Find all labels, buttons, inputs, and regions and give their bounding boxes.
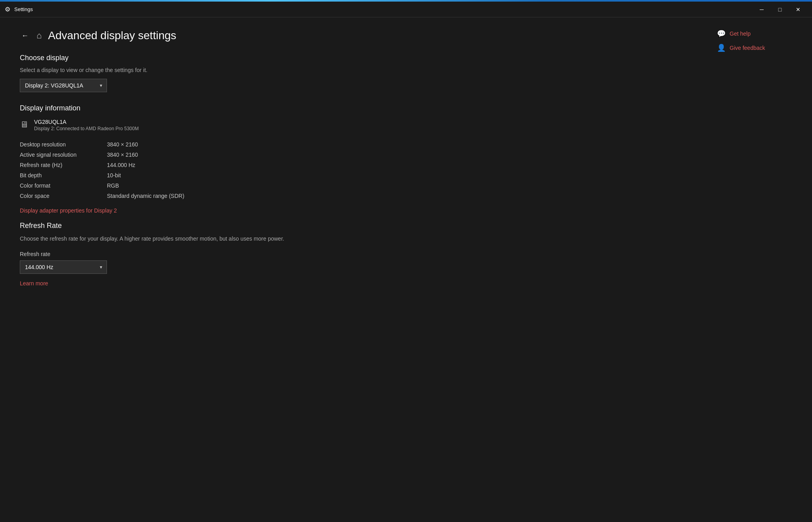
refresh-rate-section: Refresh Rate Choose the refresh rate for… bbox=[20, 222, 297, 287]
label-signal-res: Active signal resolution bbox=[20, 152, 107, 158]
get-help-link[interactable]: Get help bbox=[730, 30, 751, 37]
refresh-rate-description: Choose the refresh rate for your display… bbox=[20, 235, 297, 243]
titlebar: ⚙ Settings ─ □ ✕ bbox=[0, 2, 812, 17]
sidebar-item-give-feedback[interactable]: 👤 Give feedback bbox=[717, 44, 804, 52]
value-bit-depth: 10-bit bbox=[107, 172, 121, 178]
info-row-color-format: Color format RGB bbox=[20, 180, 297, 191]
label-color-format: Color format bbox=[20, 182, 107, 189]
value-refresh: 144.000 Hz bbox=[107, 162, 135, 168]
minimize-button[interactable]: ─ bbox=[753, 2, 771, 17]
adapter-properties-link[interactable]: Display adapter properties for Display 2 bbox=[20, 207, 117, 214]
page-header: ← ⌂ Advanced display settings bbox=[20, 29, 297, 42]
info-row-signal-res: Active signal resolution 3840 × 2160 bbox=[20, 150, 297, 160]
give-feedback-link[interactable]: Give feedback bbox=[730, 45, 765, 51]
learn-more-link[interactable]: Learn more bbox=[20, 280, 48, 287]
refresh-rate-dropdown-wrapper: 144.000 Hz 120.000 Hz 60.000 Hz ▾ bbox=[20, 260, 107, 274]
display-card-text: VG28UQL1A Display 2: Connected to AMD Ra… bbox=[34, 119, 139, 131]
display-information-heading: Display information bbox=[20, 104, 297, 112]
main-content: ← ⌂ Advanced display settings Choose dis… bbox=[0, 17, 317, 522]
back-button[interactable]: ← bbox=[20, 30, 30, 42]
close-button[interactable]: ✕ bbox=[789, 2, 807, 17]
label-desktop-res: Desktop resolution bbox=[20, 141, 107, 148]
info-row-desktop-res: Desktop resolution 3840 × 2160 bbox=[20, 139, 297, 150]
maximize-button[interactable]: □ bbox=[771, 2, 789, 17]
display-dropdown[interactable]: Display 2: VG28UQL1A Display 1 bbox=[20, 79, 107, 92]
label-refresh: Refresh rate (Hz) bbox=[20, 162, 107, 168]
window-controls: ─ □ ✕ bbox=[753, 2, 807, 17]
info-row-refresh: Refresh rate (Hz) 144.000 Hz bbox=[20, 160, 297, 170]
value-color-space: Standard dynamic range (SDR) bbox=[107, 193, 184, 199]
display-dropdown-wrapper: Display 2: VG28UQL1A Display 1 ▾ bbox=[20, 79, 107, 92]
sidebar: 💬 Get help 👤 Give feedback bbox=[709, 17, 812, 522]
refresh-rate-field-label: Refresh rate bbox=[20, 251, 297, 257]
value-desktop-res: 3840 × 2160 bbox=[107, 141, 138, 148]
app-icon: ⚙ bbox=[5, 6, 10, 13]
info-row-bit-depth: Bit depth 10-bit bbox=[20, 170, 297, 180]
info-row-color-space: Color space Standard dynamic range (SDR) bbox=[20, 191, 297, 201]
give-feedback-icon: 👤 bbox=[717, 44, 726, 52]
monitor-icon: 🖥 bbox=[20, 120, 29, 130]
display-card: 🖥 VG28UQL1A Display 2: Connected to AMD … bbox=[20, 119, 297, 131]
choose-display-description: Select a display to view or change the s… bbox=[20, 67, 297, 73]
choose-display-heading: Choose display bbox=[20, 54, 297, 62]
content-wrapper: ← ⌂ Advanced display settings Choose dis… bbox=[0, 17, 812, 522]
refresh-rate-heading: Refresh Rate bbox=[20, 222, 297, 230]
home-icon: ⌂ bbox=[36, 30, 42, 41]
label-color-space: Color space bbox=[20, 193, 107, 199]
page-title: Advanced display settings bbox=[48, 29, 176, 42]
display-information-section: Display information 🖥 VG28UQL1A Display … bbox=[20, 104, 297, 214]
choose-display-section: Choose display Select a display to view … bbox=[20, 54, 297, 92]
monitor-name: VG28UQL1A bbox=[34, 119, 139, 125]
monitor-subtitle: Display 2: Connected to AMD Radeon Pro 5… bbox=[34, 126, 139, 131]
get-help-icon: 💬 bbox=[717, 29, 726, 38]
label-bit-depth: Bit depth bbox=[20, 172, 107, 178]
display-info-table: Desktop resolution 3840 × 2160 Active si… bbox=[20, 139, 297, 201]
value-signal-res: 3840 × 2160 bbox=[107, 152, 138, 158]
sidebar-item-get-help[interactable]: 💬 Get help bbox=[717, 29, 804, 38]
refresh-rate-dropdown[interactable]: 144.000 Hz 120.000 Hz 60.000 Hz bbox=[20, 260, 107, 274]
titlebar-title: Settings bbox=[14, 6, 33, 12]
value-color-format: RGB bbox=[107, 182, 119, 189]
